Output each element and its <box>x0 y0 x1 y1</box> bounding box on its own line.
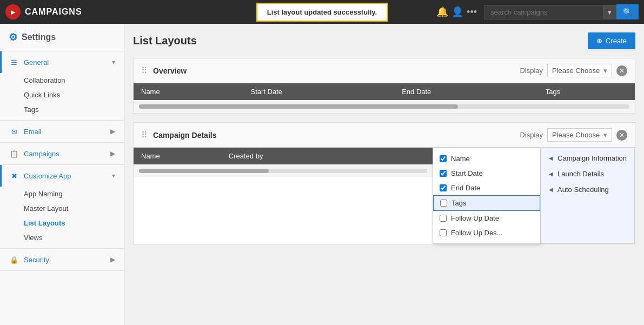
sidebar-header: ⚙ Settings <box>0 24 124 51</box>
drag-handle-icon[interactable]: ⠿ <box>141 65 148 76</box>
toast-notification: List layout updated successfully. <box>256 3 388 22</box>
field-item-followup-date[interactable]: Follow Up Date <box>433 211 540 225</box>
page-title: List Layouts <box>133 35 197 47</box>
field-checkbox-tags[interactable] <box>440 200 447 207</box>
field-checkbox-end-date[interactable] <box>440 184 447 191</box>
sidebar-item-campaigns[interactable]: 📋 Campaigns ▶ <box>0 143 124 164</box>
field-item-start-date[interactable]: Start Date <box>433 166 540 181</box>
nav-icon-bell[interactable]: 🔔 <box>436 6 448 18</box>
nav-icon-group: 🔔 👤 ••• <box>436 6 477 18</box>
top-navigation: ▶ CAMPAIGNS List layout updated successf… <box>0 0 644 24</box>
sidebar-section-general: ☰ General ▾ Collaboration Quick Links Ta… <box>0 51 124 121</box>
card1-scrollbar[interactable] <box>139 104 629 109</box>
card1-scrollbar-area <box>134 100 635 113</box>
nav-dots-menu[interactable]: ••• <box>467 6 477 18</box>
sidebar-item-views[interactable]: Views <box>24 230 124 245</box>
gear-icon: ⚙ <box>9 31 17 43</box>
field-label-start-date: Start Date <box>451 169 483 177</box>
card1-display-value: Please Choose <box>552 67 600 75</box>
app-logo: ▶ CAMPAIGNS <box>5 4 82 19</box>
app-name: CAMPAIGNS <box>25 7 82 17</box>
col-tags: Tags <box>538 83 635 100</box>
card2-scrollbar[interactable] <box>139 169 427 173</box>
card2-scrollbar-area <box>134 164 433 177</box>
card2-header: ⠿ Campaign Details Display Please Choose… <box>134 123 635 148</box>
col-name: Name <box>134 83 243 100</box>
card2-display-label: Display <box>520 131 543 139</box>
field-checkbox-followup-desc[interactable] <box>440 229 447 236</box>
svg-text:▶: ▶ <box>11 9 16 15</box>
field-checkbox-followup-date[interactable] <box>440 215 447 222</box>
create-button[interactable]: ⊕ Create <box>588 32 635 49</box>
field-checkbox-name[interactable] <box>440 155 447 162</box>
layout-card-overview: ⠿ Overview Display Please Choose ▾ ✕ Nam… <box>133 58 635 114</box>
content-area: List Layouts ⊕ Create ⠿ Overview Display… <box>124 24 644 325</box>
sidebar-section-email: ✉ Email ▶ <box>0 121 124 143</box>
search-go-button[interactable]: 🔍 <box>616 4 639 19</box>
sub-dropdown: Campaign Information Launch Details Auto… <box>541 148 635 244</box>
customize-sub-items: App Naming Master Layout List Layouts Vi… <box>0 187 124 248</box>
campaigns-icon: 📋 <box>9 148 19 159</box>
card2-display-value: Please Choose <box>552 131 600 139</box>
main-container: ⚙ Settings ☰ General ▾ Collaboration Qui… <box>0 24 644 325</box>
search-dropdown-btn[interactable]: ▾ <box>603 5 616 19</box>
toast-message: List layout updated successfully. <box>256 3 388 22</box>
chevron-right-icon-campaigns: ▶ <box>110 150 115 157</box>
sidebar-item-collaboration[interactable]: Collaboration <box>24 73 124 88</box>
nav-right-controls: 🔔 👤 ••• ▾ 🔍 <box>436 4 639 19</box>
list-icon: ☰ <box>9 57 19 68</box>
field-item-name[interactable]: Name <box>433 151 540 166</box>
sidebar-item-app-naming[interactable]: App Naming <box>24 187 124 201</box>
card2-display-select[interactable]: Please Choose ▾ <box>547 128 612 142</box>
card1-header: ⠿ Overview Display Please Choose ▾ ✕ <box>134 58 635 83</box>
sub-item-campaign-info[interactable]: Campaign Information <box>541 150 634 166</box>
sidebar-section-campaigns: 📋 Campaigns ▶ <box>0 143 124 165</box>
search-bar: ▾ 🔍 <box>484 4 639 19</box>
field-label-end-date: End Date <box>451 184 480 192</box>
sidebar-item-general[interactable]: ☰ General ▾ <box>0 51 124 73</box>
create-btn-label: Create <box>606 37 627 45</box>
sidebar-item-quick-links[interactable]: Quick Links <box>24 88 124 102</box>
field-item-followup-desc[interactable]: Follow Up Des... <box>433 225 540 240</box>
sidebar-item-tags[interactable]: Tags <box>24 102 124 117</box>
logo-icon: ▶ <box>5 4 21 19</box>
sidebar-item-email[interactable]: ✉ Email ▶ <box>0 121 124 142</box>
sidebar-item-list-layouts[interactable]: List Layouts <box>24 216 124 230</box>
field-label-followup-desc: Follow Up Des... <box>451 229 502 237</box>
card2-close-button[interactable]: ✕ <box>616 130 627 141</box>
chevron-down-icon-2: ▾ <box>603 131 607 139</box>
sidebar-title: Settings <box>22 32 56 42</box>
sidebar-section-security: 🔒 Security ▶ <box>0 249 124 271</box>
card1-display-label: Display <box>520 67 543 75</box>
col2-created-by: Created by <box>221 148 349 164</box>
fields-dropdown: Name Start Date End Date <box>433 148 541 244</box>
sidebar-section-customize: ✖ Customize App ▾ App Naming Master Layo… <box>0 165 124 249</box>
scrollbar-thumb <box>139 104 458 109</box>
page-header: List Layouts ⊕ Create <box>133 32 635 49</box>
chevron-down-icon: ▾ <box>603 67 607 75</box>
card1-display-select[interactable]: Please Choose ▾ <box>547 64 612 77</box>
field-item-tags[interactable]: Tags <box>433 195 540 211</box>
field-checkbox-start-date[interactable] <box>440 170 447 177</box>
col-end-date: End Date <box>394 83 538 100</box>
sub-item-launch-details[interactable]: Launch Details <box>541 166 634 182</box>
card2-body: Name Created by <box>134 148 635 244</box>
sidebar-item-security[interactable]: 🔒 Security ▶ <box>0 249 124 270</box>
nav-icon-user[interactable]: 👤 <box>452 6 463 18</box>
sidebar-item-customize-app[interactable]: ✖ Customize App ▾ <box>0 165 124 187</box>
card2-title: Campaign Details <box>153 131 520 140</box>
card1-title: Overview <box>153 67 520 75</box>
sidebar-label-campaigns: Campaigns <box>24 150 59 158</box>
sidebar-label-security: Security <box>24 256 49 264</box>
card1-table: Name Start Date End Date Tags <box>134 83 635 100</box>
search-input[interactable] <box>484 5 603 19</box>
field-item-end-date[interactable]: End Date <box>433 181 540 195</box>
chevron-down-icon: ▾ <box>112 58 115 66</box>
col-start-date: Start Date <box>243 83 395 100</box>
field-label-followup-date: Follow Up Date <box>451 214 499 222</box>
card1-close-button[interactable]: ✕ <box>616 65 627 76</box>
drag-handle-icon-2[interactable]: ⠿ <box>141 130 148 140</box>
chevron-right-icon-security: ▶ <box>110 256 115 263</box>
sidebar-item-master-layout[interactable]: Master Layout <box>24 201 124 216</box>
sub-item-auto-scheduling[interactable]: Auto Scheduling <box>541 182 634 197</box>
